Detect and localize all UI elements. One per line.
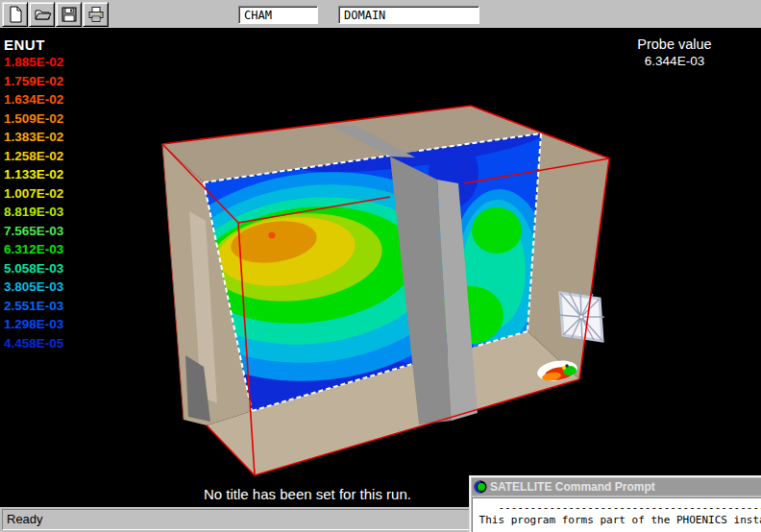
legend-value: 1.298E-03: [4, 315, 63, 334]
legend-value: 2.551E-03: [4, 297, 63, 316]
printer-icon: [86, 5, 106, 24]
legend-value: 4.458E-05: [4, 334, 63, 353]
command-prompt-titlebar[interactable]: SATELLITE Command Prompt: [472, 478, 761, 496]
legend-value: 5.058E-03: [4, 259, 63, 278]
legend-values: 1.885E-021.759E-021.634E-021.509E-021.38…: [4, 53, 63, 352]
legend-value: 1.509E-02: [4, 109, 63, 129]
new-file-icon: [6, 5, 25, 24]
probe-readout: Probe value 6.344E-03: [607, 36, 742, 68]
legend-value: 1.383E-02: [4, 128, 63, 147]
legend-value: 1.634E-02: [4, 90, 63, 109]
domain-field[interactable]: DOMAIN: [338, 6, 479, 24]
phoenics-vr-viewer-app: { "toolbar": { "buttons": [ {"id": "new"…: [0, 0, 761, 532]
room-3d-scene[interactable]: [0, 29, 761, 507]
legend: ENUT 1.885E-021.759E-021.634E-021.509E-0…: [4, 36, 63, 352]
open-folder-button[interactable]: [29, 2, 55, 27]
legend-value: 1.759E-02: [4, 72, 63, 91]
cham-logo-icon: [474, 480, 487, 494]
probe-value: 6.344E-03: [607, 54, 742, 68]
legend-value: 7.565E-03: [4, 222, 63, 241]
print-button[interactable]: [83, 2, 109, 27]
legend-value: 1.007E-02: [4, 184, 63, 204]
command-prompt-output[interactable]: ----------------------------------------…: [472, 497, 761, 532]
new-file-button[interactable]: [2, 2, 28, 27]
contour-peak-spot: [269, 232, 276, 239]
legend-value: 3.805E-03: [4, 278, 63, 297]
legend-title: ENUT: [4, 36, 63, 53]
open-folder-icon: [33, 5, 52, 24]
legend-value: 1.258E-02: [4, 147, 63, 166]
command-prompt-title: SATELLITE Command Prompt: [490, 480, 655, 494]
satellite-command-prompt-window[interactable]: SATELLITE Command Prompt ---------------…: [469, 475, 761, 532]
command-prompt-line: This program forms part of the PHOENICS …: [473, 514, 761, 526]
toolbar: CHAM DOMAIN: [0, 0, 761, 29]
legend-value: 1.885E-02: [4, 53, 63, 72]
legend-value: 6.312E-03: [4, 240, 63, 259]
3d-viewport[interactable]: ENUT 1.885E-021.759E-021.634E-021.509E-0…: [0, 29, 761, 507]
command-prompt-dashes: ----------------------------------------…: [473, 501, 761, 514]
save-floppy-icon: [60, 5, 79, 24]
legend-value: 1.133E-02: [4, 165, 63, 184]
probe-label: Probe value: [607, 36, 742, 52]
save-button[interactable]: [56, 2, 82, 27]
legend-value: 8.819E-03: [4, 203, 63, 222]
fan-grille: [558, 290, 604, 344]
cham-field[interactable]: CHAM: [238, 6, 318, 24]
